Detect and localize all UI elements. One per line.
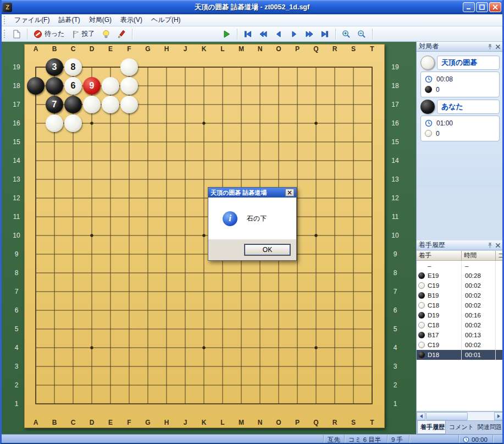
stone-B19[interactable]: 3	[46, 58, 63, 76]
stone-F17[interactable]	[120, 96, 138, 113]
hint-button[interactable]	[99, 28, 113, 40]
nav-back10-button[interactable]	[256, 28, 270, 40]
stone-B16[interactable]	[46, 114, 63, 132]
stone-F18[interactable]	[120, 77, 138, 95]
stone-C19[interactable]: 8	[64, 58, 82, 76]
maximize-button[interactable]	[476, 2, 488, 12]
scroll-left-button[interactable]	[417, 412, 425, 420]
history-header-move[interactable]: 着手	[417, 251, 462, 261]
history-time: 00:01	[462, 350, 496, 360]
minimize-button[interactable]	[463, 2, 475, 12]
zoom-in-button[interactable]	[339, 28, 353, 40]
resign-button[interactable]: 投了	[69, 28, 98, 40]
stone-B18[interactable]	[46, 77, 63, 95]
nav-first-button[interactable]	[241, 28, 255, 40]
stone-E18[interactable]	[102, 77, 119, 95]
status-handicap: 互先	[323, 435, 344, 444]
history-header-time[interactable]: 時間	[462, 251, 496, 261]
menu-game[interactable]: 対局(G)	[85, 14, 116, 26]
dialog-message: 石の下	[247, 214, 267, 223]
marker-button[interactable]	[114, 28, 129, 40]
col-label-top-K: K	[202, 45, 207, 53]
history-move: C18	[428, 322, 439, 328]
dialog-titlebar[interactable]: 天頂の囲碁 詰碁道場	[208, 188, 296, 198]
history-hscrollbar[interactable]	[417, 412, 503, 420]
stone-C17[interactable]	[64, 96, 82, 113]
row-label-right-7: 7	[394, 288, 397, 295]
row-label-right-5: 5	[394, 325, 397, 333]
row-label-left-3: 3	[15, 363, 19, 370]
history-header-comment[interactable]: コメント	[496, 251, 503, 261]
play-button[interactable]	[219, 28, 234, 40]
menu-help[interactable]: ヘルプ(H)	[147, 14, 185, 26]
scroll-track[interactable]	[468, 412, 494, 420]
close-button[interactable]	[489, 2, 501, 12]
history-time: 00:02	[462, 340, 496, 350]
toolbar-grip[interactable]	[4, 30, 6, 38]
undo-button[interactable]: 待った	[31, 28, 68, 40]
player-time: 01:00	[436, 119, 453, 127]
fast-forward-icon	[305, 30, 314, 39]
history-row-D19[interactable]: D1900:16	[417, 310, 503, 320]
nav-forward10-button[interactable]	[302, 28, 317, 40]
nav-forward-button[interactable]	[287, 28, 301, 40]
history-row-C19[interactable]: C1900:02	[417, 281, 503, 290]
row-label-left-19: 19	[13, 63, 20, 71]
stone-C18[interactable]: 6	[64, 77, 82, 95]
history-move: D19	[428, 312, 439, 319]
tab-comment[interactable]: コメント	[446, 421, 474, 434]
players-panel-title: 対局者	[419, 42, 439, 51]
history-table: 着手 時間 コメント ––E1900:28C1900:02B1900:02C18…	[417, 251, 503, 412]
stone-E17[interactable]	[102, 96, 119, 113]
ok-button[interactable]: OK	[245, 244, 290, 255]
history-row-C19[interactable]: C1900:02	[417, 340, 503, 350]
panel-close-icon[interactable]	[495, 44, 501, 50]
menubar-grip[interactable]	[4, 16, 6, 24]
pin-icon[interactable]	[487, 43, 493, 50]
row-label-right-6: 6	[394, 306, 397, 314]
history-row-D18[interactable]: D1800:01	[417, 350, 503, 360]
history-row-C18[interactable]: C1800:02	[417, 300, 503, 310]
scroll-thumb[interactable]	[426, 412, 468, 420]
col-label-bottom-G: G	[145, 419, 150, 426]
player-card-white[interactable]: 天頂の囲碁00:080	[419, 55, 500, 98]
col-label-bottom-F: F	[127, 419, 131, 426]
menu-tsumego[interactable]: 詰碁(T)	[54, 14, 84, 26]
status-time: 00:00	[472, 436, 488, 443]
flag-icon	[71, 30, 80, 39]
history-row-B17[interactable]: B1700:13	[417, 330, 503, 340]
dialog-close-button[interactable]	[285, 189, 294, 196]
scroll-right-button[interactable]	[494, 412, 503, 420]
menu-view[interactable]: 表示(V)	[116, 14, 147, 26]
col-label-top-Q: Q	[313, 45, 318, 53]
history-row-E19[interactable]: E1900:28	[417, 271, 503, 281]
window-titlebar[interactable]: Z 天頂の囲碁 詰碁道場 - zt0052_1d.sgf	[0, 0, 504, 14]
menu-file[interactable]: ファイル(F)	[10, 14, 54, 26]
player-card-black[interactable]: あなた01:000	[419, 99, 500, 142]
panel-close-icon[interactable]	[495, 243, 501, 248]
pin-icon[interactable]	[487, 242, 493, 248]
history-row-C18[interactable]: C1800:02	[417, 320, 503, 330]
zoom-out-button[interactable]	[355, 28, 369, 40]
stone-B17[interactable]: 7	[46, 96, 63, 113]
black-stone-icon	[418, 312, 425, 319]
tab-move-history[interactable]: 着手履歴	[417, 421, 446, 434]
close-icon	[492, 4, 498, 10]
nav-last-button[interactable]	[318, 28, 332, 40]
col-label-top-M: M	[239, 45, 244, 53]
history-move: –	[428, 262, 431, 269]
stone-D18[interactable]: 9	[83, 77, 101, 95]
col-label-bottom-L: L	[220, 419, 224, 426]
history-row-start[interactable]: ––	[417, 261, 503, 271]
stone-C16[interactable]	[64, 114, 82, 132]
col-label-top-R: R	[333, 45, 337, 53]
new-file-button[interactable]	[10, 28, 24, 40]
history-row-B19[interactable]: B1900:02	[417, 290, 503, 300]
history-time: 00:28	[462, 271, 496, 281]
stone-F19[interactable]	[120, 58, 138, 76]
tab-related-problems[interactable]: 関連問題	[475, 421, 502, 434]
stone-D17[interactable]	[83, 96, 101, 113]
stone-A18[interactable]	[27, 77, 45, 95]
nav-back-button[interactable]	[272, 28, 286, 40]
dialog-body: i 石の下	[208, 198, 296, 239]
